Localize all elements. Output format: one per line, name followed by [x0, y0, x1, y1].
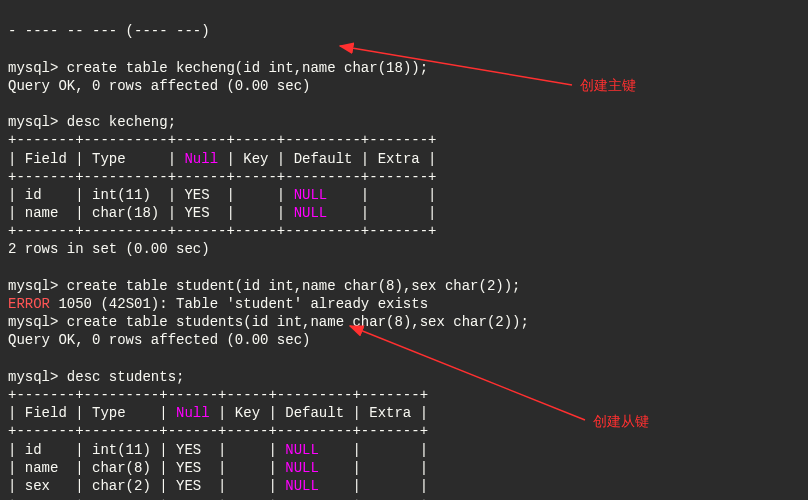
sql-desc-students: desc students; — [58, 369, 184, 385]
prompt: mysql> — [8, 60, 58, 76]
null-value: NULL — [294, 205, 328, 221]
table-row: | | — [319, 442, 428, 458]
null-value: NULL — [285, 442, 319, 458]
partial-line: - ---- -- --- (---- ---) — [8, 23, 210, 39]
sql-create-students: create table students(id int,name char(8… — [58, 314, 528, 330]
table-row: | | — [327, 205, 436, 221]
error-label: ERROR — [8, 296, 50, 312]
table-sep: +-------+----------+------+-----+-------… — [8, 223, 436, 239]
query-ok-2: Query OK, 0 rows affected (0.00 sec) — [8, 332, 310, 348]
null-value: NULL — [285, 460, 319, 476]
null-value: NULL — [285, 478, 319, 494]
null-value: NULL — [294, 187, 328, 203]
table-sep: +-------+----------+------+-----+-------… — [8, 132, 436, 148]
table-row: | id | int(11) | YES | | — [8, 442, 285, 458]
table-row: | name | char(8) | YES | | — [8, 460, 285, 476]
query-ok-1: Query OK, 0 rows affected (0.00 sec) — [8, 78, 310, 94]
table-row: | id | int(11) | YES | | — [8, 187, 294, 203]
table-header: | Field | Type | — [8, 151, 184, 167]
terminal-output: - ---- -- --- (---- ---) mysql> create t… — [0, 0, 808, 500]
table-sep: +-------+----------+------+-----+-------… — [8, 169, 436, 185]
table-header: | Key | Default | Extra | — [210, 405, 428, 421]
table-header: | Field | Type | — [8, 405, 176, 421]
sql-create-kecheng: create table kecheng(id int,name char(18… — [58, 60, 428, 76]
table-sep: +-------+---------+------+-----+--------… — [8, 387, 428, 403]
table-row: | name | char(18) | YES | | — [8, 205, 294, 221]
rows-in-set-1: 2 rows in set (0.00 sec) — [8, 241, 210, 257]
table-sep: +-------+---------+------+-----+--------… — [8, 496, 428, 500]
prompt: mysql> — [8, 314, 58, 330]
null-header: Null — [184, 151, 218, 167]
sql-create-student: create table student(id int,name char(8)… — [58, 278, 520, 294]
null-header: Null — [176, 405, 210, 421]
table-header: | Key | Default | Extra | — [218, 151, 436, 167]
prompt: mysql> — [8, 278, 58, 294]
table-sep: +-------+---------+------+-----+--------… — [8, 423, 428, 439]
prompt: mysql> — [8, 114, 58, 130]
table-row: | sex | char(2) | YES | | — [8, 478, 285, 494]
sql-desc-kecheng: desc kecheng; — [58, 114, 176, 130]
error-message: 1050 (42S01): Table 'student' already ex… — [50, 296, 428, 312]
prompt: mysql> — [8, 369, 58, 385]
table-row: | | — [319, 478, 428, 494]
table-row: | | — [327, 187, 436, 203]
table-row: | | — [319, 460, 428, 476]
